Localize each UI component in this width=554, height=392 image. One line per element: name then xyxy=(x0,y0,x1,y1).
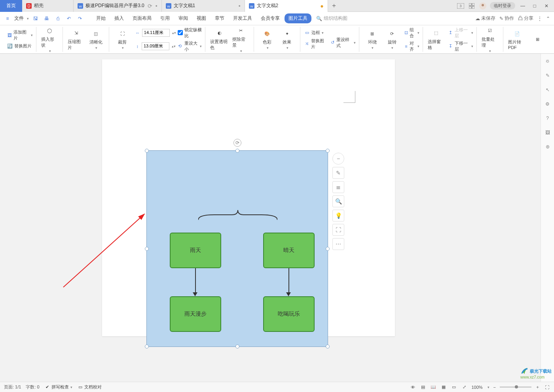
maximize-button[interactable]: □ xyxy=(530,3,539,9)
bulb-button[interactable]: 💡 xyxy=(332,210,344,222)
sp-cursor-icon[interactable]: ↖ xyxy=(544,86,551,93)
lock-ratio-checkbox[interactable] xyxy=(178,30,183,35)
file-menu[interactable]: 文件 xyxy=(14,15,24,22)
layout3-icon[interactable]: 3 xyxy=(457,2,465,10)
apps-icon[interactable] xyxy=(468,2,476,10)
menutab-layout[interactable]: 页面布局 xyxy=(129,13,156,23)
zoom-in-btn[interactable]: ＋ xyxy=(535,384,540,390)
eye-icon[interactable]: 👁 xyxy=(410,384,416,390)
add-image-button[interactable]: 🖼添加图片▾ xyxy=(6,29,33,41)
insert-shape-button[interactable]: ◯插入形状▾ xyxy=(40,25,59,54)
reset-size-button[interactable]: 重设大小 xyxy=(184,40,197,52)
rotate-button[interactable]: ⟳旋转▾ xyxy=(382,28,402,51)
minimize-button[interactable]: — xyxy=(518,3,527,9)
redo-icon[interactable]: ↷ xyxy=(76,14,84,23)
up-layer-button[interactable]: ↥上移一层▾ xyxy=(448,27,473,39)
zoom-out-btn[interactable]: − xyxy=(493,385,496,390)
read-icon[interactable]: 📖 xyxy=(430,384,436,390)
menutab-insert[interactable]: 插入 xyxy=(110,13,128,23)
menutab-vip[interactable]: 会员专享 xyxy=(257,13,284,23)
login-button[interactable]: 临时登录 xyxy=(490,2,515,9)
handle-s[interactable] xyxy=(235,345,239,348)
zoom-slider[interactable] xyxy=(500,386,531,388)
sp-image-icon[interactable]: 🖼 xyxy=(544,129,551,136)
zoom-out-button[interactable]: − xyxy=(332,153,344,165)
outline-icon[interactable]: ▭ xyxy=(451,384,457,390)
handle-ne[interactable] xyxy=(326,149,330,153)
page-indicator[interactable]: 页面: 1/1 xyxy=(4,384,21,390)
selected-image[interactable]: ⟳ 雨天 晴天 雨天漫步 吃喝玩乐 xyxy=(146,150,328,347)
spellcheck-button[interactable]: ✔拼写检查▾ xyxy=(44,384,72,390)
save-icon[interactable]: 🖫 xyxy=(31,14,40,23)
set-trans-button[interactable]: ◐设置透明色 xyxy=(209,28,231,51)
menutab-start[interactable]: 开始 xyxy=(92,13,110,23)
menutab-org[interactable]: 🔍组织结构图 xyxy=(312,13,351,23)
height-input[interactable] xyxy=(142,42,169,50)
rotate-handle[interactable]: ⟳ xyxy=(233,139,241,147)
handle-e[interactable] xyxy=(326,247,330,251)
menu-icon[interactable]: ≡ xyxy=(3,14,12,23)
coop-link[interactable]: ✎协作 xyxy=(499,15,514,22)
tab-daoke[interactable]: D 稻壳 xyxy=(22,0,74,12)
undo-icon[interactable]: ↶ xyxy=(65,14,73,23)
textwrap-button[interactable]: ≣ xyxy=(332,181,344,193)
kebab-icon[interactable]: ⋮ xyxy=(537,16,542,21)
more-float-button[interactable]: ⋯ xyxy=(332,238,344,250)
sp-pen-icon[interactable]: ✎ xyxy=(544,72,551,79)
web-icon[interactable]: ▦ xyxy=(440,384,447,390)
group-button[interactable]: ⊡组合▾ xyxy=(404,27,419,39)
replace-img2-button[interactable]: ⤭替换图片 xyxy=(304,38,327,50)
sp-help-icon[interactable]: ? xyxy=(544,115,551,122)
avatar-icon[interactable] xyxy=(479,2,487,10)
print-icon[interactable]: 🖶 xyxy=(42,14,51,23)
tab-doc1[interactable]: W 文字文稿1 • xyxy=(162,0,245,12)
fit-icon[interactable]: ⤢ xyxy=(461,384,467,390)
clarity-button[interactable]: ◫清晰化▾ xyxy=(86,28,106,51)
sp-settings-icon[interactable]: ⚙ xyxy=(544,100,551,108)
menutab-review[interactable]: 审阅 xyxy=(175,13,192,23)
effect-button[interactable]: ✦效果▾ xyxy=(277,28,297,51)
handle-w[interactable] xyxy=(145,247,149,251)
pin-icon[interactable]: ⟳ xyxy=(144,3,152,9)
handle-n[interactable] xyxy=(235,149,239,153)
word-count[interactable]: 字数: 0 xyxy=(26,384,39,390)
remove-bg-button[interactable]: ✂抠除背景▾ xyxy=(231,25,250,54)
replace-image-button[interactable]: 🔄替换图片 xyxy=(6,43,33,50)
border-button[interactable]: ▭边框▾ xyxy=(304,29,327,36)
unsaved-link[interactable]: ☁未保存 xyxy=(475,15,495,22)
crop-button[interactable]: ⛶裁剪▾ xyxy=(112,28,132,51)
width-input[interactable] xyxy=(142,29,170,37)
tab-pdf-manual[interactable]: W 极速PDF编辑器用户手册3.0 ⟳ • xyxy=(74,0,162,12)
handle-nw[interactable] xyxy=(145,149,149,153)
down-layer-button[interactable]: ↧下移一层▾ xyxy=(448,40,473,52)
float-crop-button[interactable]: ⛶ xyxy=(332,224,344,236)
select-pane-button[interactable]: ⬚选择窗格 xyxy=(426,28,446,51)
close-button[interactable]: ✕ xyxy=(542,3,551,9)
menutab-ref[interactable]: 引用 xyxy=(156,13,174,23)
collapse-icon[interactable]: ⌃ xyxy=(546,16,550,21)
zoom-button[interactable]: 🔍 xyxy=(332,195,344,207)
reset-style-button[interactable]: ↺重设样式▾ xyxy=(329,37,356,49)
proof-button[interactable]: ▭文档校对 xyxy=(77,384,102,390)
align-button[interactable]: ≡对齐▾ xyxy=(404,40,419,52)
more-button[interactable]: ⊞ xyxy=(528,34,548,45)
preview-icon[interactable]: ⎙ xyxy=(53,14,62,23)
handle-se[interactable] xyxy=(326,345,330,348)
tab-doc2[interactable]: W 文字文稿2 ● xyxy=(245,0,328,12)
share-link[interactable]: 凸分享 xyxy=(518,15,533,22)
sp-monetize-icon[interactable]: ⊛ xyxy=(544,143,551,150)
to-pdf-button[interactable]: 📄图片转PDF xyxy=(507,28,528,51)
tab-home[interactable]: 首页 xyxy=(0,0,22,12)
compress-button[interactable]: ⇲压缩图片 xyxy=(66,28,86,51)
stepper-icon[interactable]: ▴▾ xyxy=(172,31,176,35)
menutab-pictool[interactable]: 图片工具 xyxy=(285,13,311,23)
layout-icon[interactable]: ▤ xyxy=(420,384,426,390)
color-button[interactable]: 🎨色彩▾ xyxy=(257,28,277,51)
handle-sw[interactable] xyxy=(145,345,149,348)
tab-add-button[interactable]: ＋ xyxy=(328,0,340,12)
menutab-view[interactable]: 视图 xyxy=(193,13,210,23)
edit-button[interactable]: ✎ xyxy=(332,167,344,179)
zoom-label[interactable]: 100% xyxy=(471,385,482,390)
wrap-button[interactable]: ⊞环绕▾ xyxy=(362,28,382,51)
menutab-dev[interactable]: 开发工具 xyxy=(229,13,256,23)
